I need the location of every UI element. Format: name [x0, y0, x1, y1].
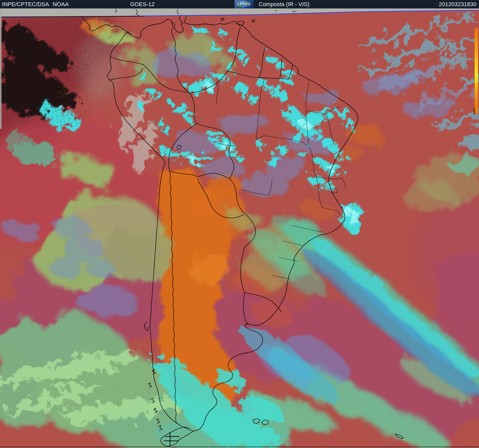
timestamp-label: 201203231830 [439, 0, 476, 8]
agency-label: INPE/CPTEC/DSA [2, 0, 49, 8]
colorbar-strip [475, 28, 478, 114]
satellite-name-label: GOES-12 [130, 0, 154, 8]
network-label: NOAA [53, 0, 69, 8]
cptec-logo-text: CPTEC [235, 2, 254, 6]
satellite-composite-image [0, 8, 479, 448]
header-bar: INPE/CPTEC/DSA NOAA GOES-12 CPTEC Compos… [0, 0, 479, 8]
satellite-product-page: INPE/CPTEC/DSA NOAA GOES-12 CPTEC Compos… [0, 0, 479, 448]
colorbar-tick [474, 108, 475, 115]
bottom-scan-line [0, 446, 479, 447]
cptec-logo: CPTEC [235, 0, 254, 8]
product-label: Composta (IR - VIS) [259, 0, 309, 8]
